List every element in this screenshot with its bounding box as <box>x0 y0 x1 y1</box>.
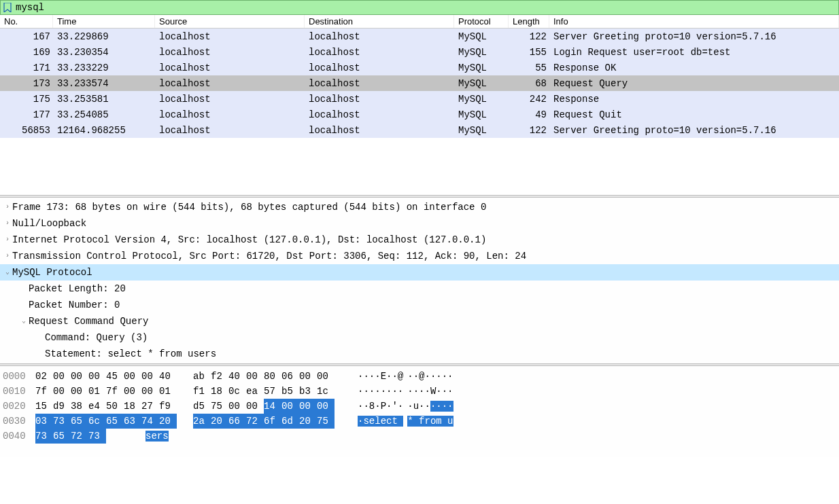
hex-byte[interactable]: 01 <box>88 384 106 399</box>
hex-byte[interactable]: 00 <box>71 384 88 399</box>
hex-byte[interactable]: 00 <box>246 369 264 384</box>
hex-byte[interactable]: 72 <box>246 414 264 429</box>
hex-byte[interactable]: 73 <box>88 429 106 444</box>
detail-tree-item[interactable]: › Frame 173: 68 bytes on wire (544 bits)… <box>0 199 839 215</box>
hex-row[interactable]: 002015d938e4501827f9d575000014000000··8·… <box>0 399 839 414</box>
hex-byte[interactable]: 40 <box>228 369 246 384</box>
packet-row[interactable]: 17733.254085localhostlocalhostMySQL49Req… <box>0 107 839 122</box>
tree-collapsed-icon[interactable]: › <box>3 249 12 264</box>
hex-byte[interactable]: 72 <box>71 429 88 444</box>
hex-byte[interactable]: 73 <box>35 429 53 444</box>
hex-byte[interactable]: 00 <box>228 399 246 414</box>
detail-tree-item[interactable]: › Internet Protocol Version 4, Src: loca… <box>0 232 839 248</box>
hex-byte[interactable]: 66 <box>228 414 246 429</box>
column-header-destination[interactable]: Destination <box>305 15 454 28</box>
detail-tree-item[interactable]: Packet Length: 20 <box>0 281 839 297</box>
hex-byte[interactable]: d5 <box>193 399 211 414</box>
column-header-info[interactable]: Info <box>549 15 839 28</box>
hex-byte[interactable]: 20 <box>211 414 228 429</box>
hex-byte[interactable]: 2a <box>193 414 211 429</box>
hex-byte[interactable]: 65 <box>71 414 88 429</box>
hex-byte[interactable]: 6f <box>264 414 281 429</box>
hex-byte[interactable]: 7f <box>106 384 124 399</box>
hex-byte[interactable]: 00 <box>141 384 159 399</box>
hex-byte[interactable]: 0c <box>228 384 246 399</box>
hex-byte[interactable]: 45 <box>106 369 124 384</box>
hex-byte[interactable]: 00 <box>53 384 71 399</box>
bookmark-icon[interactable] <box>2 2 13 13</box>
hex-byte[interactable]: 00 <box>246 399 264 414</box>
packet-row[interactable]: 16933.230354localhostlocalhostMySQL155Lo… <box>0 44 839 60</box>
hex-byte[interactable]: 18 <box>211 384 228 399</box>
hex-byte[interactable]: 03 <box>35 414 53 429</box>
hex-byte[interactable]: 20 <box>299 414 317 429</box>
hex-byte[interactable]: 00 <box>88 369 106 384</box>
hex-byte[interactable]: 63 <box>124 414 141 429</box>
hex-byte[interactable]: f2 <box>211 369 228 384</box>
detail-tree-item[interactable]: › Transmission Control Protocol, Src Por… <box>0 248 839 264</box>
detail-tree-item[interactable]: Statement: select * from users <box>0 346 839 362</box>
hex-byte[interactable]: 02 <box>35 369 53 384</box>
tree-collapsed-icon[interactable]: › <box>3 216 12 231</box>
hex-byte[interactable]: f9 <box>159 399 177 414</box>
packet-row[interactable]: 5685312164.968255localhostlocalhostMySQL… <box>0 122 839 138</box>
hex-byte[interactable]: 75 <box>317 414 335 429</box>
hex-byte[interactable]: 40 <box>159 369 177 384</box>
hex-byte[interactable]: 00 <box>124 369 141 384</box>
column-header-length[interactable]: Length <box>509 15 549 28</box>
hex-byte[interactable]: 00 <box>317 369 335 384</box>
hex-byte[interactable]: 65 <box>53 429 71 444</box>
tree-collapsed-icon[interactable]: › <box>3 200 12 215</box>
column-header-source[interactable]: Source <box>155 15 305 28</box>
tree-expanded-icon[interactable]: ⌄ <box>3 265 12 280</box>
hex-row[interactable]: 004073657273sers <box>0 429 839 444</box>
hex-byte[interactable]: 1c <box>317 384 335 399</box>
hex-byte[interactable]: 00 <box>299 399 317 414</box>
hex-byte[interactable]: 00 <box>317 399 335 414</box>
hex-byte[interactable]: ab <box>193 369 211 384</box>
hex-row[interactable]: 00107f0000017f000001f1180cea57b5b31c····… <box>0 384 839 399</box>
hex-byte[interactable]: 00 <box>124 384 141 399</box>
packet-row[interactable]: 16733.229869localhostlocalhostMySQL122Se… <box>0 29 839 44</box>
tree-expanded-icon[interactable]: ⌄ <box>19 314 29 329</box>
hex-byte[interactable]: 65 <box>106 414 124 429</box>
hex-byte[interactable]: 00 <box>71 369 88 384</box>
hex-byte[interactable]: 6d <box>281 414 299 429</box>
hex-byte[interactable]: 14 <box>264 399 281 414</box>
hex-byte[interactable]: 15 <box>35 399 53 414</box>
hex-byte[interactable]: 73 <box>53 414 71 429</box>
hex-byte[interactable]: e4 <box>88 399 106 414</box>
hex-byte[interactable]: 18 <box>124 399 141 414</box>
detail-tree-item[interactable]: ⌄ MySQL Protocol <box>0 264 839 281</box>
hex-byte[interactable]: 7f <box>35 384 53 399</box>
hex-row[interactable]: 00000200000045000040abf2400080060000····… <box>0 369 839 384</box>
tree-collapsed-icon[interactable]: › <box>3 232 12 247</box>
hex-byte[interactable]: 57 <box>264 384 281 399</box>
hex-byte[interactable]: 01 <box>159 384 177 399</box>
hex-byte[interactable]: 80 <box>264 369 281 384</box>
hex-byte[interactable]: f1 <box>193 384 211 399</box>
detail-tree-item[interactable]: › Null/Loopback <box>0 215 839 232</box>
hex-byte[interactable]: b3 <box>299 384 317 399</box>
detail-tree-item[interactable]: Packet Number: 0 <box>0 297 839 313</box>
column-header-protocol[interactable]: Protocol <box>454 15 509 28</box>
hex-row[interactable]: 00300373656c656374202a2066726f6d2075·sel… <box>0 414 839 429</box>
packet-row[interactable]: 17533.253581localhostlocalhostMySQL242Re… <box>0 91 839 107</box>
hex-byte[interactable]: d9 <box>53 399 71 414</box>
hex-byte[interactable]: ea <box>246 384 264 399</box>
detail-tree-item[interactable]: ⌄ Request Command Query <box>0 313 839 329</box>
column-header-time[interactable]: Time <box>53 15 155 28</box>
hex-byte[interactable]: b5 <box>281 384 299 399</box>
hex-byte[interactable]: 50 <box>106 399 124 414</box>
hex-byte[interactable]: 00 <box>53 369 71 384</box>
hex-byte[interactable]: 74 <box>141 414 159 429</box>
hex-byte[interactable]: 06 <box>281 369 299 384</box>
packet-row[interactable]: 17133.233229localhostlocalhostMySQL55Res… <box>0 60 839 75</box>
hex-byte[interactable]: 27 <box>141 399 159 414</box>
hex-byte[interactable]: 00 <box>141 369 159 384</box>
hex-byte[interactable]: 20 <box>159 414 177 429</box>
packet-row[interactable]: 17333.233574localhostlocalhostMySQL68Req… <box>0 75 839 91</box>
detail-tree-item[interactable]: Command: Query (3) <box>0 329 839 346</box>
hex-byte[interactable]: 38 <box>71 399 88 414</box>
column-header-no[interactable]: No. <box>0 15 53 28</box>
